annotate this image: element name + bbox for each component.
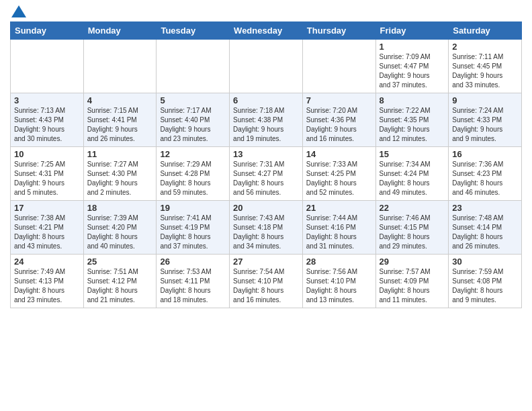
day-number: 1 — [380, 42, 445, 52]
logo-icon — [11, 5, 26, 17]
day-detail: Sunrise: 7:54 AM Sunset: 4:10 PM Dayligh… — [233, 267, 299, 305]
day-detail: Sunrise: 7:24 AM Sunset: 4:33 PM Dayligh… — [452, 106, 518, 144]
calendar-week-1: 1Sunrise: 7:09 AM Sunset: 4:47 PM Daylig… — [11, 40, 522, 93]
day-number: 18 — [87, 203, 153, 213]
col-header-monday: Monday — [83, 22, 157, 40]
day-detail: Sunrise: 7:15 AM Sunset: 4:41 PM Dayligh… — [87, 106, 153, 144]
col-header-wednesday: Wednesday — [230, 22, 303, 40]
day-detail: Sunrise: 7:33 AM Sunset: 4:25 PM Dayligh… — [306, 160, 372, 197]
day-detail: Sunrise: 7:25 AM Sunset: 4:31 PM Dayligh… — [14, 160, 80, 197]
day-number: 2 — [452, 42, 518, 52]
calendar-table: SundayMondayTuesdayWednesdayThursdayFrid… — [10, 21, 522, 308]
day-number: 10 — [14, 149, 80, 159]
calendar-cell: 4Sunrise: 7:15 AM Sunset: 4:41 PM Daylig… — [83, 93, 157, 147]
calendar-cell: 1Sunrise: 7:09 AM Sunset: 4:47 PM Daylig… — [375, 40, 449, 93]
calendar-cell: 12Sunrise: 7:29 AM Sunset: 4:28 PM Dayli… — [157, 147, 230, 201]
col-header-saturday: Saturday — [449, 22, 522, 40]
day-detail: Sunrise: 7:57 AM Sunset: 4:09 PM Dayligh… — [380, 267, 445, 305]
day-detail: Sunrise: 7:34 AM Sunset: 4:24 PM Dayligh… — [380, 160, 445, 197]
calendar-cell: 27Sunrise: 7:54 AM Sunset: 4:10 PM Dayli… — [230, 255, 303, 308]
logo — [10, 7, 26, 16]
calendar-cell — [83, 40, 157, 93]
col-header-sunday: Sunday — [11, 22, 84, 40]
day-detail: Sunrise: 7:18 AM Sunset: 4:38 PM Dayligh… — [233, 106, 299, 144]
calendar-header-row: SundayMondayTuesdayWednesdayThursdayFrid… — [11, 22, 522, 40]
day-detail: Sunrise: 7:56 AM Sunset: 4:10 PM Dayligh… — [306, 267, 372, 305]
day-number: 16 — [452, 149, 518, 159]
day-detail: Sunrise: 7:49 AM Sunset: 4:13 PM Dayligh… — [14, 267, 80, 305]
day-detail: Sunrise: 7:38 AM Sunset: 4:21 PM Dayligh… — [14, 214, 80, 251]
calendar-cell: 15Sunrise: 7:34 AM Sunset: 4:24 PM Dayli… — [375, 147, 449, 201]
calendar-week-4: 17Sunrise: 7:38 AM Sunset: 4:21 PM Dayli… — [11, 201, 522, 255]
day-number: 26 — [160, 257, 226, 267]
day-number: 22 — [380, 203, 445, 213]
calendar-cell: 10Sunrise: 7:25 AM Sunset: 4:31 PM Dayli… — [11, 147, 84, 201]
day-detail: Sunrise: 7:53 AM Sunset: 4:11 PM Dayligh… — [160, 267, 226, 305]
day-detail: Sunrise: 7:59 AM Sunset: 4:08 PM Dayligh… — [452, 267, 518, 305]
calendar-cell: 6Sunrise: 7:18 AM Sunset: 4:38 PM Daylig… — [230, 93, 303, 147]
calendar-cell: 5Sunrise: 7:17 AM Sunset: 4:40 PM Daylig… — [157, 93, 230, 147]
day-number: 17 — [14, 203, 80, 213]
header — [10, 7, 522, 16]
day-number: 23 — [452, 203, 518, 213]
calendar-cell — [302, 40, 375, 93]
calendar-cell: 13Sunrise: 7:31 AM Sunset: 4:27 PM Dayli… — [230, 147, 303, 201]
calendar-cell: 29Sunrise: 7:57 AM Sunset: 4:09 PM Dayli… — [375, 255, 449, 308]
page: SundayMondayTuesdayWednesdayThursdayFrid… — [0, 0, 532, 315]
day-number: 4 — [87, 95, 153, 105]
calendar-cell: 8Sunrise: 7:22 AM Sunset: 4:35 PM Daylig… — [375, 93, 449, 147]
calendar-cell: 21Sunrise: 7:44 AM Sunset: 4:16 PM Dayli… — [302, 201, 375, 255]
calendar-cell: 30Sunrise: 7:59 AM Sunset: 4:08 PM Dayli… — [449, 255, 522, 308]
calendar-week-5: 24Sunrise: 7:49 AM Sunset: 4:13 PM Dayli… — [11, 255, 522, 308]
day-number: 21 — [306, 203, 372, 213]
calendar-week-2: 3Sunrise: 7:13 AM Sunset: 4:43 PM Daylig… — [11, 93, 522, 147]
day-number: 24 — [14, 257, 80, 267]
calendar-cell: 24Sunrise: 7:49 AM Sunset: 4:13 PM Dayli… — [11, 255, 84, 308]
day-number: 15 — [380, 149, 445, 159]
calendar-cell: 25Sunrise: 7:51 AM Sunset: 4:12 PM Dayli… — [83, 255, 157, 308]
day-detail: Sunrise: 7:39 AM Sunset: 4:20 PM Dayligh… — [87, 214, 153, 251]
calendar-cell: 2Sunrise: 7:11 AM Sunset: 4:45 PM Daylig… — [449, 40, 522, 93]
day-detail: Sunrise: 7:44 AM Sunset: 4:16 PM Dayligh… — [306, 214, 372, 251]
day-detail: Sunrise: 7:51 AM Sunset: 4:12 PM Dayligh… — [87, 267, 153, 305]
day-number: 11 — [87, 149, 153, 159]
day-number: 13 — [233, 149, 299, 159]
day-number: 9 — [452, 95, 518, 105]
day-number: 12 — [160, 149, 226, 159]
day-number: 27 — [233, 257, 299, 267]
calendar-cell: 19Sunrise: 7:41 AM Sunset: 4:19 PM Dayli… — [157, 201, 230, 255]
day-number: 8 — [380, 95, 445, 105]
calendar-cell: 11Sunrise: 7:27 AM Sunset: 4:30 PM Dayli… — [83, 147, 157, 201]
day-number: 19 — [160, 203, 226, 213]
day-number: 20 — [233, 203, 299, 213]
day-detail: Sunrise: 7:46 AM Sunset: 4:15 PM Dayligh… — [380, 214, 445, 251]
calendar-cell: 23Sunrise: 7:48 AM Sunset: 4:14 PM Dayli… — [449, 201, 522, 255]
calendar-cell: 3Sunrise: 7:13 AM Sunset: 4:43 PM Daylig… — [11, 93, 84, 147]
col-header-thursday: Thursday — [302, 22, 375, 40]
calendar-cell: 28Sunrise: 7:56 AM Sunset: 4:10 PM Dayli… — [302, 255, 375, 308]
day-number: 6 — [233, 95, 299, 105]
day-number: 7 — [306, 95, 372, 105]
calendar-cell: 14Sunrise: 7:33 AM Sunset: 4:25 PM Dayli… — [302, 147, 375, 201]
day-number: 29 — [380, 257, 445, 267]
calendar-cell: 18Sunrise: 7:39 AM Sunset: 4:20 PM Dayli… — [83, 201, 157, 255]
day-detail: Sunrise: 7:36 AM Sunset: 4:23 PM Dayligh… — [452, 160, 518, 197]
day-number: 28 — [306, 257, 372, 267]
day-number: 25 — [87, 257, 153, 267]
day-detail: Sunrise: 7:27 AM Sunset: 4:30 PM Dayligh… — [87, 160, 153, 197]
day-detail: Sunrise: 7:31 AM Sunset: 4:27 PM Dayligh… — [233, 160, 299, 197]
calendar-cell: 7Sunrise: 7:20 AM Sunset: 4:36 PM Daylig… — [302, 93, 375, 147]
svg-marker-0 — [11, 5, 26, 17]
day-detail: Sunrise: 7:17 AM Sunset: 4:40 PM Dayligh… — [160, 106, 226, 144]
col-header-tuesday: Tuesday — [157, 22, 230, 40]
calendar-cell — [157, 40, 230, 93]
day-number: 5 — [160, 95, 226, 105]
day-number: 30 — [452, 257, 518, 267]
day-detail: Sunrise: 7:48 AM Sunset: 4:14 PM Dayligh… — [452, 214, 518, 251]
day-detail: Sunrise: 7:09 AM Sunset: 4:47 PM Dayligh… — [380, 52, 445, 90]
day-detail: Sunrise: 7:29 AM Sunset: 4:28 PM Dayligh… — [160, 160, 226, 197]
day-number: 14 — [306, 149, 372, 159]
day-detail: Sunrise: 7:13 AM Sunset: 4:43 PM Dayligh… — [14, 106, 80, 144]
day-detail: Sunrise: 7:20 AM Sunset: 4:36 PM Dayligh… — [306, 106, 372, 144]
col-header-friday: Friday — [375, 22, 449, 40]
